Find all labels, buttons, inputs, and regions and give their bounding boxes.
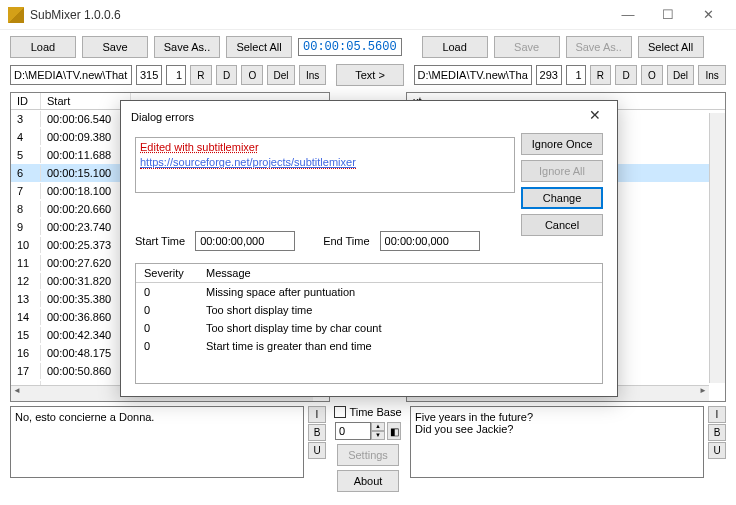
msg-severity: 0 xyxy=(136,319,198,337)
end-time-label: End Time xyxy=(323,235,369,247)
row-id: 12 xyxy=(11,273,41,289)
d-button-right[interactable]: D xyxy=(615,65,637,85)
row-id: 10 xyxy=(11,237,41,253)
msg-text: Start time is greater than end time xyxy=(198,337,602,355)
load-button-left[interactable]: Load xyxy=(10,36,76,58)
bold-button-right[interactable]: B xyxy=(708,424,726,441)
ins-button-left[interactable]: Ins xyxy=(299,65,327,85)
row-start: 00:00:25.373 xyxy=(41,237,131,253)
sidebtns-right: I B U xyxy=(708,406,726,492)
ignore-once-button[interactable]: Ignore Once xyxy=(521,133,603,155)
col-start-hdr[interactable]: Start xyxy=(41,93,131,109)
dialog-errors: Dialog errors ✕ Edited with subtitlemixe… xyxy=(120,100,618,397)
close-button[interactable]: ✕ xyxy=(688,1,728,29)
del-button-right[interactable]: Del xyxy=(667,65,695,85)
row-start: 00:00:18.100 xyxy=(41,183,131,199)
timecode-display: 00:00:05.5600 xyxy=(298,38,402,56)
row-id: 4 xyxy=(11,129,41,145)
end-time-input[interactable] xyxy=(380,231,480,251)
textarea-left[interactable]: No, esto concierne a Donna. xyxy=(10,406,304,478)
d-button-left[interactable]: D xyxy=(216,65,238,85)
edited-text: Edited with subtitlemixer xyxy=(140,141,259,153)
load-button-right[interactable]: Load xyxy=(422,36,488,58)
row-start: 00:00:31.820 xyxy=(41,273,131,289)
row-start: 00:00:36.860 xyxy=(41,309,131,325)
msg-severity: 0 xyxy=(136,301,198,319)
cancel-button[interactable]: Cancel xyxy=(521,214,603,236)
text-button[interactable]: Text > xyxy=(336,64,403,86)
italic-button-right[interactable]: I xyxy=(708,406,726,423)
about-button[interactable]: About xyxy=(337,470,399,492)
scrollbar-v-right[interactable] xyxy=(709,113,725,383)
o-button-left[interactable]: O xyxy=(241,65,263,85)
severity-header[interactable]: Severity xyxy=(136,264,198,282)
filepath-right[interactable] xyxy=(414,65,532,85)
save-button-left[interactable]: Save xyxy=(82,36,148,58)
bold-button-left[interactable]: B xyxy=(308,424,326,441)
count2-right[interactable] xyxy=(566,65,586,85)
source-link[interactable]: https://sourceforge.net/projects/subtitl… xyxy=(140,156,356,169)
col-id-hdr[interactable]: ID xyxy=(11,93,41,109)
message-row[interactable]: 0Start time is greater than end time xyxy=(136,337,602,355)
row-id: 3 xyxy=(11,111,41,127)
row-id: 15 xyxy=(11,327,41,343)
spin-up-icon[interactable]: ▲ xyxy=(371,422,385,431)
textarea-right[interactable]: Five years in the future? Did you see Ja… xyxy=(410,406,704,478)
start-time-label: Start Time xyxy=(135,235,185,247)
message-row[interactable]: 0Missing space after puntuation xyxy=(136,283,602,301)
row-id: 7 xyxy=(11,183,41,199)
msg-severity: 0 xyxy=(136,283,198,301)
row-id: 5 xyxy=(11,147,41,163)
ignore-all-button[interactable]: Ignore All xyxy=(521,160,603,182)
spin-lock-icon[interactable]: ◧ xyxy=(387,422,401,440)
mid-bottom: Time Base ▲ ▼ ◧ Settings About xyxy=(330,406,406,492)
saveas-button-left[interactable]: Save As.. xyxy=(154,36,220,58)
row-start: 00:00:23.740 xyxy=(41,219,131,235)
spinner[interactable]: ▲ ▼ ◧ xyxy=(335,422,401,440)
row-start: 00:00:27.620 xyxy=(41,255,131,271)
maximize-button[interactable]: ☐ xyxy=(648,1,688,29)
filepath-left[interactable] xyxy=(10,65,132,85)
window-title: SubMixer 1.0.0.6 xyxy=(30,8,608,22)
file-row: R D O Del Ins Text > R D O Del Ins xyxy=(0,64,736,92)
r-button-left[interactable]: R xyxy=(190,65,212,85)
row-id: 14 xyxy=(11,309,41,325)
r-button-right[interactable]: R xyxy=(590,65,612,85)
msg-text: Missing space after puntuation xyxy=(198,283,602,301)
message-row[interactable]: 0Too short display time by char count xyxy=(136,319,602,337)
saveas-button-right[interactable]: Save As.. xyxy=(566,36,632,58)
toolbar: Load Save Save As.. Select All 00:00:05.… xyxy=(0,30,736,64)
row-start: 00:00:15.100 xyxy=(41,165,131,181)
app-icon xyxy=(8,7,24,23)
count1-right[interactable] xyxy=(536,65,562,85)
start-time-input[interactable] xyxy=(195,231,295,251)
row-id: 11 xyxy=(11,255,41,271)
row-start: 00:00:35.380 xyxy=(41,291,131,307)
selectall-button-right[interactable]: Select All xyxy=(638,36,704,58)
del-button-left[interactable]: Del xyxy=(267,65,295,85)
timebase-label: Time Base xyxy=(349,406,401,418)
spinner-value[interactable] xyxy=(335,422,371,440)
italic-button-left[interactable]: I xyxy=(308,406,326,423)
row-id: 13 xyxy=(11,291,41,307)
save-button-right[interactable]: Save xyxy=(494,36,560,58)
message-row[interactable]: 0Too short display time xyxy=(136,301,602,319)
underline-button-left[interactable]: U xyxy=(308,442,326,459)
msg-severity: 0 xyxy=(136,337,198,355)
row-id: 6 xyxy=(11,165,41,181)
count2-left[interactable] xyxy=(166,65,186,85)
ins-button-right[interactable]: Ins xyxy=(698,65,726,85)
spin-down-icon[interactable]: ▼ xyxy=(371,431,385,440)
count1-left[interactable] xyxy=(136,65,162,85)
message-header[interactable]: Message xyxy=(198,264,602,282)
timebase-checkbox[interactable]: Time Base xyxy=(334,406,401,418)
o-button-right[interactable]: O xyxy=(641,65,663,85)
minimize-button[interactable]: — xyxy=(608,1,648,29)
underline-button-right[interactable]: U xyxy=(708,442,726,459)
dialog-editarea[interactable]: Edited with subtitlemixer https://source… xyxy=(135,137,515,193)
change-button[interactable]: Change xyxy=(521,187,603,209)
dialog-close-icon[interactable]: ✕ xyxy=(583,107,607,127)
msg-text: Too short display time xyxy=(198,301,602,319)
settings-button[interactable]: Settings xyxy=(337,444,399,466)
selectall-button-left[interactable]: Select All xyxy=(226,36,292,58)
